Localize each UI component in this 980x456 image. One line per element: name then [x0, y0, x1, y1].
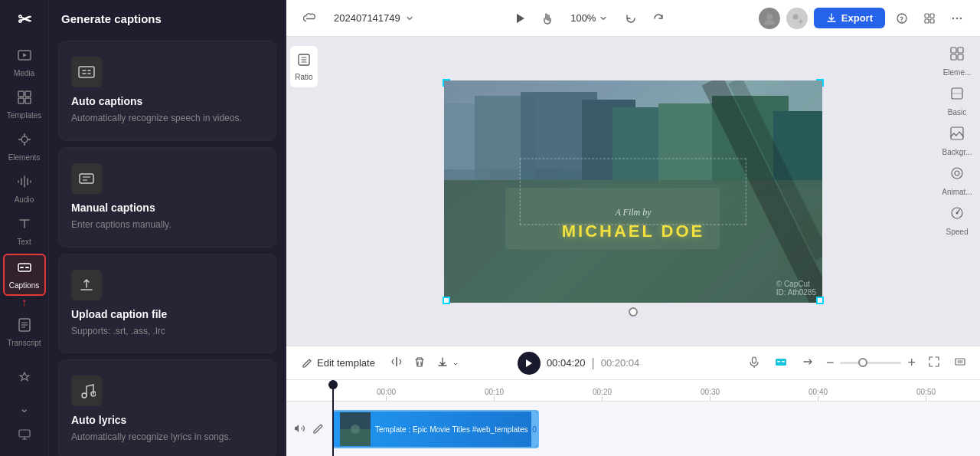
playhead-handle[interactable] [328, 380, 338, 389]
upload-captions-card[interactable]: Upload caption file Supports: .srt, .ass… [58, 254, 276, 354]
file-name-button[interactable]: 202407141749 [328, 9, 420, 27]
right-panel-elements[interactable]: Eleme... [943, 46, 972, 77]
help-button[interactable] [891, 8, 913, 29]
right-panel-speed[interactable]: Speed [946, 205, 969, 236]
volume-button[interactable] [292, 421, 308, 438]
auto-lyrics-desc: Automatically recognize lyrics in songs. [71, 431, 263, 444]
sidebar: ✂ Media Templates Elements Audio Text [0, 0, 49, 456]
animate-panel-icon [949, 166, 965, 185]
sidebar-item-transcript[interactable]: Transcript [3, 313, 46, 352]
sidebar-item-media[interactable]: Media [3, 43, 46, 82]
svg-rect-64 [752, 357, 756, 363]
play-icon [525, 359, 533, 368]
ruler-tick-2 [602, 396, 603, 401]
sidebar-item-captions[interactable]: Captions [3, 254, 46, 296]
ratio-button[interactable]: Ratio [290, 46, 317, 87]
split-button[interactable] [387, 353, 406, 373]
sidebar-item-star[interactable] [3, 366, 46, 393]
ruler-label-4: 00:40 [808, 388, 828, 396]
captions-panel: Generate captions Auto captions Automati… [49, 0, 286, 456]
canvas-left-panel: Ratio [286, 37, 322, 346]
ruler-tick-0 [386, 396, 387, 401]
transcript-icon [17, 317, 32, 336]
auto-captions-card[interactable]: Auto captions Automatically recognize sp… [58, 41, 276, 141]
basic-panel-label: Basic [948, 108, 966, 116]
main-toolbar: 202407141749 100% [286, 0, 980, 37]
video-preview: A Film by MICHAEL DOE © CapCut ID: Ath02… [444, 80, 822, 303]
right-panel-basic[interactable]: Basic [948, 86, 966, 116]
ruler-label-2: 00:20 [593, 388, 612, 396]
video-container: A Film by MICHAEL DOE © CapCut ID: Ath02… [444, 80, 822, 303]
play-button[interactable] [518, 352, 541, 375]
clip-button[interactable] [797, 353, 818, 374]
svg-rect-30 [925, 14, 929, 18]
video-background: A Film by MICHAEL DOE © CapCut ID: Ath02… [444, 80, 822, 303]
svg-rect-3 [18, 98, 24, 103]
sidebar-item-chevron[interactable]: ⌄ [3, 396, 46, 420]
playhead [332, 380, 334, 456]
sidebar-bottom: ⌄ [3, 366, 46, 450]
video-track[interactable]: Template : Epic Movie Titles #web_templa… [332, 410, 539, 448]
right-panel-background[interactable]: Backgr... [942, 126, 972, 156]
mic-button[interactable] [743, 353, 765, 374]
timeline-controls: Edit template 00:04:20 | 00:20:04 [286, 346, 980, 379]
sidebar-item-audio[interactable]: Audio [3, 169, 46, 208]
video-scene-svg [444, 80, 822, 303]
zoom-in-button[interactable]: + [904, 355, 919, 371]
video-film-by: A Film by [562, 207, 705, 218]
elements-panel-icon [949, 46, 965, 65]
track-badge: 0 [532, 425, 537, 434]
edit-template-button[interactable]: Edit template [296, 354, 381, 372]
sidebar-item-templates[interactable]: Templates [3, 85, 46, 124]
hand-tool-button[interactable] [537, 8, 558, 29]
svg-point-26 [792, 14, 798, 19]
ruler-tick-5 [926, 396, 926, 401]
ruler-mark-2: 00:20 [548, 388, 656, 401]
svg-point-5 [21, 136, 28, 143]
speed-panel-label: Speed [946, 228, 969, 236]
grid-button[interactable] [919, 8, 940, 29]
zoom-button[interactable]: 100% [564, 9, 614, 27]
video-handle-bl[interactable] [443, 297, 450, 304]
redo-button[interactable] [648, 8, 669, 29]
expand-button[interactable] [923, 353, 945, 374]
fullscreen-button[interactable] [949, 353, 971, 374]
sidebar-item-monitor[interactable] [3, 423, 46, 450]
delete-button[interactable] [410, 353, 429, 373]
svg-point-71 [351, 425, 360, 434]
svg-rect-33 [930, 19, 934, 23]
undo-button[interactable] [620, 8, 642, 29]
track-end-handle[interactable]: 0 [531, 412, 537, 447]
toolbar-center: 100% [509, 8, 669, 29]
svg-rect-12 [25, 267, 29, 268]
right-panel-animate[interactable]: Animat... [942, 166, 972, 196]
pencil-button[interactable] [311, 421, 326, 438]
download-button[interactable] [433, 353, 462, 373]
svg-rect-51 [951, 48, 956, 53]
auto-lyrics-card[interactable]: Auto lyrics Automatically recognize lyri… [58, 359, 276, 456]
manual-captions-card[interactable]: Manual captions Enter captions manually. [58, 147, 276, 248]
manual-captions-desc: Enter captions manually. [71, 218, 263, 231]
zoom-out-button[interactable]: − [823, 355, 838, 371]
video-handle-br[interactable] [816, 297, 824, 304]
zoom-thumb[interactable] [858, 358, 867, 367]
animate-panel-label: Animat... [942, 188, 972, 196]
upload-captions-icon [77, 276, 96, 294]
sidebar-item-elements-label: Elements [8, 153, 41, 162]
canvas-area: Ratio [286, 37, 980, 346]
cloud-save-button[interactable] [299, 7, 322, 30]
auto-captions-title: Auto captions [71, 95, 263, 107]
star-icon [18, 371, 31, 389]
export-button[interactable]: Export [814, 8, 885, 28]
play-mode-button[interactable] [509, 8, 531, 29]
sidebar-item-text[interactable]: Text [3, 212, 46, 251]
toolbar-right: Export [759, 8, 968, 29]
sidebar-item-elements[interactable]: Elements [3, 127, 46, 166]
captions-arrow-indicator: ↑ [21, 296, 28, 310]
export-icon [826, 13, 837, 24]
more-options-button[interactable] [946, 8, 968, 29]
svg-point-34 [952, 17, 954, 18]
caption-timeline-button[interactable] [769, 352, 792, 375]
total-time-display: 00:20:04 [601, 357, 640, 369]
svg-rect-53 [951, 54, 956, 60]
